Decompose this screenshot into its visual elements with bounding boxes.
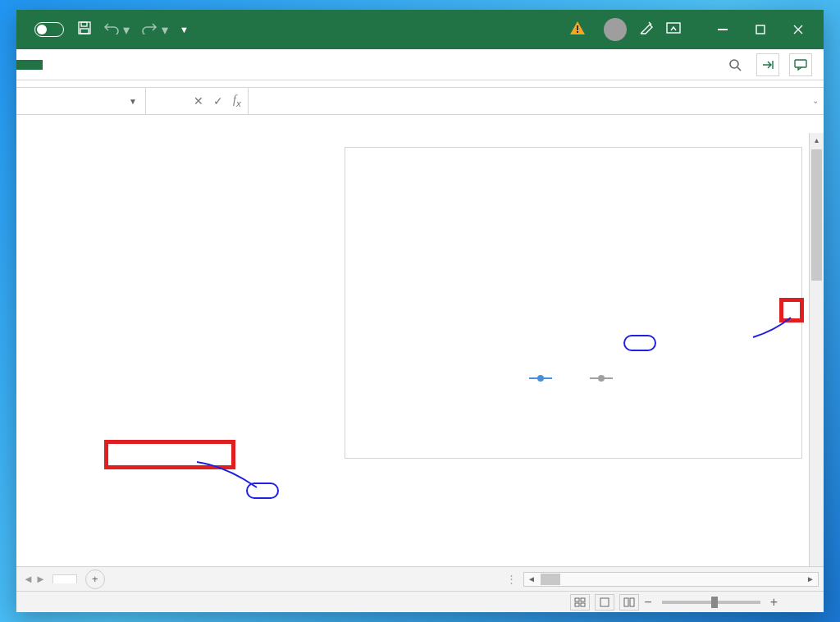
fx-icon[interactable]: fx <box>233 94 241 108</box>
svg-rect-6 <box>718 29 728 30</box>
customize-qat-icon[interactable]: ▼ <box>180 25 189 34</box>
svg-rect-3 <box>577 25 578 30</box>
scroll-up-icon[interactable]: ▴ <box>810 133 824 148</box>
drawing-mode-icon[interactable] <box>638 20 655 39</box>
svg-rect-14 <box>600 598 609 606</box>
share-button[interactable] <box>756 53 779 76</box>
chevron-down-icon[interactable]: ▼ <box>129 97 137 106</box>
add-sheet-button[interactable]: + <box>85 569 105 589</box>
sheet-tab-active[interactable] <box>52 574 77 583</box>
title-bar: ▾ ▾ ▼ <box>16 10 824 49</box>
tab-view[interactable] <box>208 63 215 66</box>
callout-point <box>623 335 656 351</box>
legend-series-2 <box>590 377 618 379</box>
hscroll-thumb[interactable] <box>541 574 560 585</box>
svg-rect-15 <box>624 598 628 606</box>
toggle-switch[interactable] <box>34 22 64 37</box>
tab-review[interactable] <box>184 63 190 66</box>
svg-rect-2 <box>80 29 89 34</box>
chart-title <box>345 148 801 159</box>
search-icon <box>728 58 742 71</box>
sheet-prev-icon[interactable]: ◄ <box>23 573 34 585</box>
comments-button[interactable] <box>789 53 812 76</box>
formula-input[interactable] <box>249 88 824 114</box>
svg-rect-11 <box>581 598 585 601</box>
excel-window: ▾ ▾ ▼ <box>16 10 824 612</box>
zoom-slider[interactable] <box>662 601 760 604</box>
expand-formula-icon[interactable]: ⌄ <box>812 96 819 105</box>
embedded-chart[interactable] <box>345 147 802 459</box>
cancel-icon[interactable]: ✕ <box>194 94 203 107</box>
tab-formulas[interactable] <box>135 63 141 66</box>
svg-rect-12 <box>575 603 579 606</box>
tab-home[interactable] <box>61 63 67 66</box>
spreadsheet-grid[interactable]: ▴ <box>16 115 824 566</box>
zoom-out-button[interactable]: − <box>644 595 651 610</box>
user-account[interactable] <box>597 18 627 41</box>
maximize-button[interactable] <box>742 10 779 49</box>
scroll-thumb[interactable] <box>811 149 822 281</box>
close-button[interactable] <box>779 10 817 49</box>
ribbon <box>16 49 824 80</box>
horizontal-scrollbar[interactable]: ◄ ► <box>523 572 819 587</box>
status-bar: − + <box>16 591 824 612</box>
svg-point-8 <box>730 60 738 68</box>
redo-icon[interactable]: ▾ <box>141 21 167 38</box>
svg-rect-10 <box>575 598 579 601</box>
warning-icon[interactable] <box>569 21 586 39</box>
svg-rect-1 <box>81 22 87 26</box>
sheet-next-icon[interactable]: ► <box>35 573 46 585</box>
scroll-right-icon[interactable]: ► <box>803 574 818 583</box>
chart-plot-area <box>362 159 790 373</box>
sheet-tab-bar: ◄ ► + ⋮ ◄ ► <box>16 566 824 591</box>
tab-help[interactable] <box>233 63 240 66</box>
page-layout-view-button[interactable] <box>595 594 614 611</box>
chart-legend <box>345 373 801 387</box>
undo-icon[interactable]: ▾ <box>103 21 130 38</box>
normal-view-button[interactable] <box>570 594 590 611</box>
svg-rect-4 <box>577 31 578 33</box>
tab-file[interactable] <box>16 60 43 70</box>
svg-rect-16 <box>630 598 634 606</box>
page-break-view-button[interactable] <box>619 594 639 611</box>
zoom-in-button[interactable]: + <box>770 595 778 610</box>
save-icon[interactable] <box>77 21 92 39</box>
vertical-scrollbar[interactable]: ▴ <box>809 133 824 566</box>
tab-page-layout[interactable] <box>110 63 116 66</box>
minimize-button[interactable] <box>704 10 742 49</box>
tab-insert[interactable] <box>85 63 92 66</box>
callout-cell-tail <box>193 458 267 494</box>
scroll-left-icon[interactable]: ◄ <box>524 574 539 583</box>
svg-rect-7 <box>756 25 765 34</box>
autosave-toggle[interactable] <box>30 22 64 37</box>
ribbon-display-icon[interactable] <box>666 22 681 37</box>
formula-bar: ▼ ✕ ✓ fx ⌄ <box>16 87 824 115</box>
enter-icon[interactable]: ✓ <box>213 94 223 107</box>
tab-data[interactable] <box>159 63 166 66</box>
svg-rect-13 <box>581 603 585 606</box>
legend-series-1 <box>529 377 557 379</box>
avatar <box>604 18 627 41</box>
search-box[interactable] <box>728 58 746 71</box>
name-box[interactable]: ▼ <box>16 88 146 114</box>
svg-rect-9 <box>795 60 806 67</box>
callout-point-tail <box>750 316 799 341</box>
